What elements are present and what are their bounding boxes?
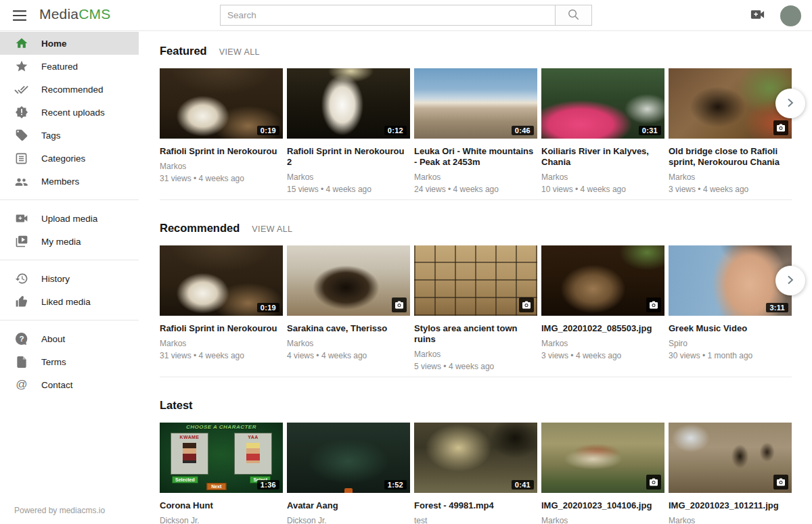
- logo[interactable]: MediaCMS: [39, 6, 110, 22]
- media-thumbnail[interactable]: 0:19: [160, 68, 283, 139]
- media-thumbnail[interactable]: 0:19: [160, 245, 283, 316]
- sidebar-item-label: Tags: [41, 130, 61, 141]
- categories-icon: [14, 151, 28, 166]
- media-author[interactable]: Markos: [414, 172, 537, 182]
- media-title[interactable]: IMG_20201023_101211.jpg: [669, 500, 792, 511]
- sidebar-item-terms[interactable]: Terms: [0, 350, 139, 373]
- media-card[interactable]: Old bridge close to Rafioli sprint, Nero…: [669, 68, 792, 194]
- sidebar-item-categories[interactable]: Categories: [0, 147, 139, 170]
- media-card[interactable]: IMG_20201022_085503.jpg Markos 3 views •…: [541, 245, 664, 371]
- search-button[interactable]: [555, 5, 592, 26]
- media-title[interactable]: Corona Hunt: [160, 500, 283, 511]
- media-author[interactable]: Spiro: [669, 339, 792, 348]
- media-author[interactable]: Markos: [541, 516, 664, 524]
- character-sprite: [183, 443, 196, 463]
- media-author[interactable]: Markos: [160, 339, 283, 348]
- tag-icon: [14, 128, 28, 143]
- sidebar-item-recommended[interactable]: Recommended: [0, 78, 139, 101]
- media-card[interactable]: 0:19 Rafioli Sprint in Nerokourou Markos…: [160, 68, 283, 194]
- media-meta: 3 views • 4 weeks ago: [541, 351, 664, 360]
- media-card[interactable]: 0:41 Forest - 49981.mp4 test 17 views • …: [414, 423, 537, 524]
- media-card[interactable]: 0:12 Rafioli Sprint in Nerokourou 2 Mark…: [287, 68, 410, 194]
- media-card[interactable]: CHOOSE A CHARACTER KWAME YAA Selected Ne…: [160, 423, 283, 524]
- sidebar-item-about[interactable]: ? About: [0, 327, 139, 350]
- media-thumbnail[interactable]: 0:31: [541, 68, 664, 139]
- media-thumbnail[interactable]: [414, 245, 537, 316]
- media-card[interactable]: 1:52 Avatar Aang Dickson Jr. 12 views • …: [287, 423, 410, 524]
- media-card[interactable]: IMG_20201023_104106.jpg Markos 4 views •…: [541, 423, 664, 524]
- media-author[interactable]: Markos: [414, 350, 537, 359]
- sidebar-item-contact[interactable]: @ Contact: [0, 373, 139, 396]
- media-author[interactable]: Markos: [287, 172, 410, 182]
- media-card[interactable]: 0:46 Leuka Ori - White mountains - Peak …: [414, 68, 537, 194]
- view-all-link[interactable]: VIEW ALL: [219, 47, 260, 57]
- sidebar-item-featured[interactable]: Featured: [0, 55, 139, 78]
- media-title[interactable]: Greek Music Video: [669, 323, 792, 334]
- media-author[interactable]: Dickson Jr.: [287, 516, 410, 524]
- media-thumbnail[interactable]: [541, 245, 664, 316]
- media-title[interactable]: Leuka Ori - White mountains - Peak at 24…: [414, 146, 537, 168]
- sidebar-item-members[interactable]: Members: [0, 170, 139, 193]
- media-thumbnail[interactable]: 1:52: [287, 423, 410, 493]
- next-arrow-button[interactable]: [775, 266, 805, 295]
- media-title[interactable]: Rafioli Sprint in Nerokourou: [160, 146, 283, 157]
- media-author[interactable]: Dickson Jr.: [160, 516, 283, 524]
- media-card[interactable]: Stylos area ancient town ruins Markos 5 …: [414, 245, 537, 371]
- sidebar-item-upload-media[interactable]: Upload media: [0, 207, 139, 230]
- media-thumbnail[interactable]: 0:46: [414, 68, 537, 139]
- upload-media-button[interactable]: [750, 7, 765, 24]
- media-thumbnail[interactable]: [669, 423, 792, 493]
- media-card[interactable]: IMG_20201023_101211.jpg Markos 4 views •…: [669, 423, 792, 524]
- media-author[interactable]: Markos: [160, 162, 283, 171]
- media-title[interactable]: Rafioli Sprint in Nerokourou: [160, 323, 283, 334]
- media-thumbnail[interactable]: 3:11: [669, 245, 792, 316]
- media-thumbnail[interactable]: CHOOSE A CHARACTER KWAME YAA Selected Ne…: [160, 423, 283, 493]
- media-author[interactable]: Markos: [669, 516, 792, 524]
- media-card[interactable]: 0:19 Rafioli Sprint in Nerokourou Markos…: [160, 245, 283, 371]
- media-title[interactable]: Stylos area ancient town ruins: [414, 323, 537, 345]
- media-author[interactable]: test: [414, 516, 537, 524]
- media-title[interactable]: Avatar Aang: [287, 500, 410, 511]
- media-meta: 3 views • 4 weeks ago: [669, 185, 792, 194]
- view-all-link[interactable]: VIEW ALL: [252, 224, 292, 234]
- media-thumbnail[interactable]: 0:12: [287, 68, 410, 139]
- media-title[interactable]: Koiliaris River in Kalyves, Chania: [541, 146, 664, 168]
- section-latest: Latest CHOOSE A CHARACTER KWAME YAA Sele…: [160, 377, 792, 524]
- sidebar-item-label: History: [41, 274, 70, 284]
- media-thumbnail[interactable]: [669, 68, 792, 139]
- media-meta: 10 views • 4 weeks ago: [541, 185, 664, 194]
- duration-badge: 0:19: [257, 303, 279, 312]
- media-title[interactable]: IMG_20201022_085503.jpg: [541, 323, 664, 334]
- sidebar-item-liked-media[interactable]: Liked media: [0, 290, 139, 313]
- sidebar-item-label: Contact: [41, 380, 73, 390]
- sidebar-item-tags[interactable]: Tags: [0, 124, 139, 147]
- sidebar-item-home[interactable]: Home: [0, 32, 139, 55]
- media-author[interactable]: Markos: [541, 172, 664, 182]
- media-thumbnail[interactable]: [287, 245, 410, 316]
- sidebar-item-my-media[interactable]: My media: [0, 230, 139, 253]
- media-meta: 15 views • 4 weeks ago: [287, 185, 410, 194]
- next-arrow-button[interactable]: [775, 89, 805, 118]
- media-author[interactable]: Markos: [287, 339, 410, 348]
- media-title[interactable]: Old bridge close to Rafioli sprint, Nero…: [669, 146, 792, 168]
- media-card[interactable]: Sarakina cave, Therisso Markos 4 views •…: [287, 245, 410, 371]
- sidebar-item-recent-uploads[interactable]: Recent uploads: [0, 101, 139, 124]
- avatar[interactable]: [780, 5, 801, 26]
- media-title[interactable]: IMG_20201023_104106.jpg: [541, 500, 664, 511]
- media-card[interactable]: 3:11 Greek Music Video Spiro 30 views • …: [669, 245, 792, 371]
- sidebar-item-label: My media: [41, 237, 81, 247]
- search-input[interactable]: [220, 5, 556, 26]
- media-card[interactable]: 0:31 Koiliaris River in Kalyves, Chania …: [541, 68, 664, 194]
- section-title: Featured: [160, 45, 207, 57]
- powered-by[interactable]: Powered by mediacms.io: [14, 506, 105, 515]
- media-thumbnail[interactable]: 0:41: [414, 423, 537, 493]
- media-author[interactable]: Markos: [669, 172, 792, 182]
- character-panel-left: KWAME: [171, 433, 208, 475]
- media-title[interactable]: Rafioli Sprint in Nerokourou 2: [287, 146, 410, 168]
- media-title[interactable]: Sarakina cave, Therisso: [287, 323, 410, 334]
- media-author[interactable]: Markos: [541, 339, 664, 348]
- menu-button[interactable]: [11, 7, 28, 24]
- sidebar-item-history[interactable]: History: [0, 267, 139, 290]
- media-thumbnail[interactable]: [541, 423, 664, 493]
- media-title[interactable]: Forest - 49981.mp4: [414, 500, 537, 511]
